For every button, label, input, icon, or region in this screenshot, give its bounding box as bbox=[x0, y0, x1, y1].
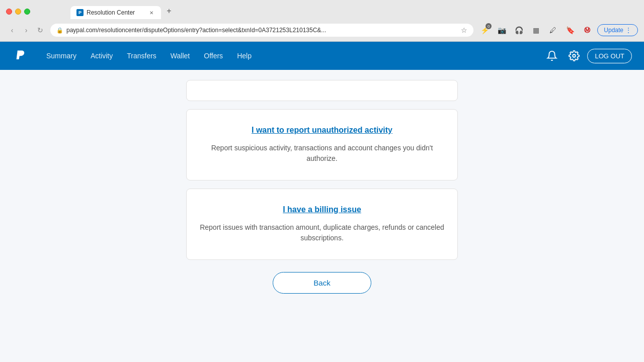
wallet-nav-link[interactable]: Wallet bbox=[165, 48, 196, 64]
extension-badge: 0 bbox=[486, 23, 492, 29]
help-nav-link[interactable]: Help bbox=[231, 48, 258, 64]
titlebar: P Resolution Center ✕ + bbox=[0, 0, 644, 21]
tab-favicon: P bbox=[76, 9, 84, 16]
tab-close-button[interactable]: ✕ bbox=[148, 9, 155, 16]
lock-icon: 🔒 bbox=[56, 27, 63, 34]
m-extension-button[interactable]: Ⓜ bbox=[580, 23, 594, 37]
audio-button[interactable]: 🎧 bbox=[512, 23, 526, 37]
extensions2-button[interactable]: ▦ bbox=[529, 23, 543, 37]
paypal-navbar: Summary Activity Transfers Wallet Offers… bbox=[0, 42, 644, 70]
unauthorized-activity-description: Report suspicious activity, transactions… bbox=[199, 143, 445, 164]
url-text: paypal.com/resolutioncenter/disputeOptio… bbox=[66, 27, 458, 34]
address-bar: ‹ › ↻ 🔒 paypal.com/resolutioncenter/disp… bbox=[0, 21, 644, 41]
update-label: Update bbox=[604, 27, 623, 34]
back-button-wrapper: Back bbox=[186, 272, 458, 294]
unauthorized-activity-card[interactable]: I want to report unauthorized activity R… bbox=[186, 109, 458, 180]
new-tab-button[interactable]: + bbox=[162, 4, 176, 18]
nav-links: Summary Activity Transfers Wallet Offers… bbox=[40, 48, 543, 64]
traffic-lights bbox=[6, 9, 30, 15]
unauthorized-activity-title: I want to report unauthorized activity bbox=[199, 126, 445, 135]
bookmark-icon[interactable]: ☆ bbox=[461, 26, 467, 34]
notifications-button[interactable] bbox=[543, 47, 561, 65]
maximize-window-button[interactable] bbox=[24, 9, 30, 15]
nav-actions: LOG OUT bbox=[543, 47, 632, 65]
update-button[interactable]: Update ⋮ bbox=[597, 24, 638, 36]
activity-nav-link[interactable]: Activity bbox=[85, 48, 119, 64]
svg-point-0 bbox=[573, 54, 576, 57]
browser-extension-actions: ⚡ 0 📷 🎧 ▦ 🖊 🔖 Ⓜ Update ⋮ bbox=[477, 23, 638, 37]
update-chevron-icon: ⋮ bbox=[625, 27, 631, 34]
tab-bar: P Resolution Center ✕ + bbox=[64, 4, 182, 19]
content-wrapper: I want to report unauthorized activity R… bbox=[186, 80, 458, 342]
close-window-button[interactable] bbox=[6, 9, 12, 15]
billing-issue-title: I have a billing issue bbox=[199, 205, 445, 214]
tab-title-label: Resolution Center bbox=[87, 9, 145, 16]
extensions-button[interactable]: ⚡ 0 bbox=[477, 23, 492, 37]
browser-chrome: P Resolution Center ✕ + ‹ › ↻ 🔒 paypal.c… bbox=[0, 0, 644, 42]
bookmark2-button[interactable]: 🔖 bbox=[563, 23, 577, 37]
url-bar[interactable]: 🔒 paypal.com/resolutioncenter/disputeOpt… bbox=[50, 24, 473, 37]
transfers-nav-link[interactable]: Transfers bbox=[121, 48, 163, 64]
active-tab[interactable]: P Resolution Center ✕ bbox=[70, 6, 161, 19]
logout-button[interactable]: LOG OUT bbox=[587, 49, 632, 63]
refresh-nav-button[interactable]: ↻ bbox=[34, 24, 46, 36]
edit-button[interactable]: 🖊 bbox=[546, 23, 560, 37]
summary-nav-link[interactable]: Summary bbox=[40, 48, 83, 64]
partial-top-card bbox=[186, 80, 458, 101]
back-button[interactable]: Back bbox=[273, 272, 371, 294]
billing-issue-card[interactable]: I have a billing issue Report issues wit… bbox=[186, 189, 458, 260]
paypal-logo[interactable] bbox=[12, 48, 28, 64]
offers-nav-link[interactable]: Offers bbox=[198, 48, 229, 64]
billing-issue-description: Report issues with transaction amount, d… bbox=[199, 222, 445, 243]
main-content: I want to report unauthorized activity R… bbox=[0, 70, 644, 362]
minimize-window-button[interactable] bbox=[15, 9, 21, 15]
camera-button[interactable]: 📷 bbox=[495, 23, 509, 37]
forward-nav-button[interactable]: › bbox=[20, 24, 32, 36]
settings-button[interactable] bbox=[565, 47, 583, 65]
back-nav-button[interactable]: ‹ bbox=[6, 24, 18, 36]
nav-buttons: ‹ › ↻ bbox=[6, 24, 46, 36]
